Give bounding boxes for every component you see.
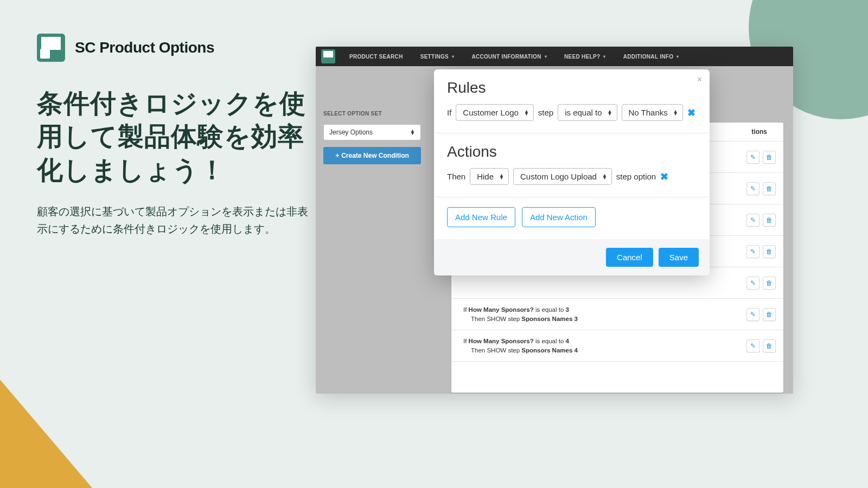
if-label: If: [447, 108, 451, 117]
condition-text: [463, 373, 465, 382]
delete-condition-button[interactable]: 🗑: [763, 214, 776, 227]
pencil-icon: ✎: [750, 342, 756, 350]
updown-icon: ▲▼: [602, 174, 607, 179]
cancel-button[interactable]: Cancel: [606, 248, 653, 267]
edit-condition-button[interactable]: ✎: [746, 339, 760, 352]
nav-product-search[interactable]: PRODUCT SEARCH: [342, 50, 411, 63]
trash-icon: 🗑: [766, 342, 773, 350]
rule-field-select[interactable]: Customer Logo ▲▼: [456, 104, 533, 121]
updown-icon: ▲▼: [524, 110, 529, 115]
close-modal-button[interactable]: ×: [697, 75, 702, 85]
action-row: Then Hide ▲▼ Custom Logo Upload ▲▼ step …: [447, 168, 697, 185]
edit-condition-button[interactable]: ✎: [746, 308, 760, 321]
add-new-action-button[interactable]: Add New Action: [522, 207, 596, 227]
action-verb-select[interactable]: Hide ▲▼: [470, 168, 509, 185]
trash-icon: 🗑: [766, 311, 773, 318]
condition-row: [451, 361, 783, 393]
condition-text: If How Many Sponsors? is equal to 3 Then…: [463, 305, 578, 323]
plus-icon: +: [335, 152, 339, 159]
remove-icon: ✖: [660, 171, 668, 182]
remove-rule-button[interactable]: ✖: [687, 107, 695, 119]
chevron-down-icon: ▾: [603, 54, 605, 59]
rule-relation-value: is equal to: [565, 108, 602, 117]
rule-row: If Customer Logo ▲▼ step is equal to ▲▼ …: [447, 104, 697, 121]
delete-condition-button[interactable]: 🗑: [763, 308, 776, 321]
edit-condition-button[interactable]: ✎: [746, 245, 760, 258]
save-button[interactable]: Save: [659, 248, 699, 267]
nav-label: NEED HELP?: [564, 54, 600, 60]
trash-icon: 🗑: [766, 153, 773, 161]
rule-value-select[interactable]: No Thanks ▲▼: [622, 104, 683, 121]
brand-name: SC Product Options: [75, 39, 214, 56]
pencil-icon: ✎: [750, 311, 756, 318]
decorative-triangle: [0, 380, 92, 488]
left-sidebar: SELECT OPTION SET Jersey Options ▲▼ + Cr…: [316, 66, 429, 394]
pencil-icon: ✎: [750, 279, 756, 287]
subheadline: 顧客の選択に基づいて製品オプションを表示または非表示にするために条件付きロジック…: [37, 203, 308, 237]
create-new-condition-button[interactable]: + Create New Condition: [323, 147, 421, 164]
chevron-down-icon: ▾: [452, 54, 454, 59]
trash-icon: 🗑: [766, 185, 773, 192]
nav-account-information[interactable]: ACCOUNT INFORMATION ▾: [464, 50, 554, 63]
chevron-down-icon: ▾: [676, 54, 679, 59]
delete-condition-button[interactable]: 🗑: [763, 151, 776, 164]
edit-condition-button[interactable]: ✎: [746, 151, 760, 164]
delete-condition-button[interactable]: 🗑: [763, 182, 776, 195]
edit-condition-button[interactable]: ✎: [746, 214, 760, 227]
rule-compare-value: No Thanks: [629, 108, 668, 117]
then-label: Then: [447, 172, 465, 181]
add-rule-label: Add New Rule: [455, 213, 507, 222]
trash-icon: 🗑: [766, 279, 773, 287]
rule-relation-select[interactable]: is equal to ▲▼: [558, 104, 617, 121]
nav-additional-info[interactable]: ADDITIONAL INFO ▾: [616, 50, 687, 63]
save-label: Save: [669, 253, 688, 262]
trash-icon: 🗑: [766, 216, 773, 224]
nav-settings[interactable]: SETTINGS ▾: [413, 50, 462, 63]
chevron-down-icon: ▾: [545, 54, 547, 59]
rule-field-value: Customer Logo: [463, 108, 519, 117]
delete-condition-button[interactable]: 🗑: [763, 245, 776, 258]
condition-text: If How Many Sponsors? is equal to 4 Then…: [463, 337, 578, 355]
modal-footer: Cancel Save: [434, 239, 710, 275]
nav-label: SETTINGS: [420, 54, 449, 60]
edit-condition-button[interactable]: ✎: [746, 277, 760, 290]
condition-row: If How Many Sponsors? is equal to 3 Then…: [451, 298, 783, 330]
option-set-value: Jersey Options: [329, 129, 373, 136]
create-button-label: Create New Condition: [341, 152, 409, 159]
delete-condition-button[interactable]: 🗑: [763, 339, 776, 352]
trash-icon: 🗑: [766, 248, 773, 255]
add-buttons-row: Add New Rule Add New Action: [434, 197, 710, 239]
marketing-copy: SC Product Options 条件付きロジックを使用して製品体験を効率化…: [37, 34, 308, 237]
add-new-rule-button[interactable]: Add New Rule: [447, 207, 515, 227]
rules-modal: × Rules If Customer Logo ▲▼ step is equa…: [434, 69, 710, 275]
updown-icon: ▲▼: [608, 110, 612, 115]
edit-condition-button[interactable]: ✎: [746, 182, 760, 195]
step-label: step: [538, 108, 553, 117]
nav-label: ACCOUNT INFORMATION: [471, 54, 541, 60]
brand-row: SC Product Options: [37, 34, 308, 62]
remove-icon: ✖: [687, 107, 695, 118]
app-screenshot-frame: PRODUCT SEARCH SETTINGS ▾ ACCOUNT INFORM…: [316, 47, 793, 394]
select-option-set-label: SELECT OPTION SET: [323, 111, 421, 117]
pencil-icon: ✎: [750, 153, 756, 161]
app-logo-icon: [321, 49, 335, 63]
nav-need-help[interactable]: NEED HELP? ▾: [557, 50, 614, 63]
remove-action-button[interactable]: ✖: [660, 171, 668, 183]
rules-section: Rules If Customer Logo ▲▼ step is equal …: [434, 69, 710, 133]
close-icon: ×: [697, 75, 702, 84]
headline: 条件付きロジックを使用して製品体験を効率化しましょう！: [37, 87, 308, 187]
action-target-select[interactable]: Custom Logo Upload ▲▼: [513, 168, 612, 185]
action-verb-value: Hide: [477, 172, 494, 181]
updown-icon: ▲▼: [499, 174, 504, 179]
condition-text: [463, 278, 465, 287]
rules-heading: Rules: [447, 79, 697, 97]
updown-icon: ▲▼: [673, 110, 678, 115]
pencil-icon: ✎: [750, 216, 756, 224]
step-option-label: step option: [616, 172, 656, 181]
brand-logo-icon: [37, 34, 65, 62]
option-set-select[interactable]: Jersey Options ▲▼: [323, 124, 421, 140]
condition-row: If How Many Sponsors? is equal to 4 Then…: [451, 330, 783, 361]
delete-condition-button[interactable]: 🗑: [763, 277, 776, 290]
add-action-label: Add New Action: [530, 213, 588, 222]
pencil-icon: ✎: [750, 248, 756, 255]
